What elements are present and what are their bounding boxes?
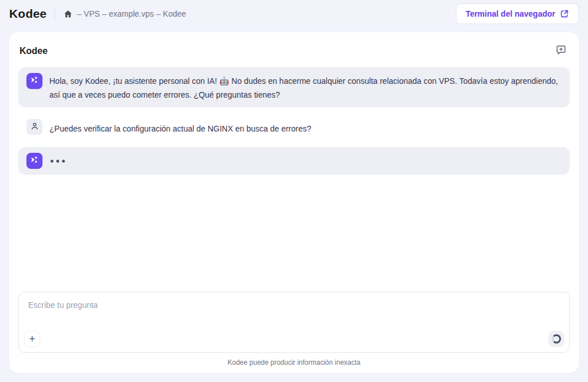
breadcrumb: – VPS – example.vps – Kodee (63, 9, 186, 19)
attach-button[interactable]: + (24, 331, 40, 347)
person-icon (30, 121, 40, 133)
typing-dot (51, 160, 53, 163)
typing-dot (56, 160, 59, 163)
kodee-logo-icon (29, 155, 40, 167)
kodee-avatar (26, 73, 42, 89)
question-input[interactable] (19, 292, 569, 326)
breadcrumb-text: – VPS – example.vps – Kodee (77, 9, 186, 18)
kodee-logo-icon (29, 75, 40, 87)
browser-terminal-button-label: Terminal del navegador (466, 9, 555, 18)
loading-spinner-icon (552, 334, 561, 344)
typing-indicator (49, 153, 65, 169)
message-text: Hola, soy Kodee, ¡tu asistente personal … (49, 73, 562, 102)
plus-icon: + (29, 334, 36, 344)
header-divider (55, 7, 55, 21)
send-loading-button[interactable] (548, 331, 564, 347)
chat-panel-header: Kodee (18, 43, 570, 59)
disclaimer-text: Kodee puede producir información inexact… (18, 353, 570, 368)
bot-message: Hola, soy Kodee, ¡tu asistente personal … (18, 67, 570, 107)
new-chat-icon (555, 44, 567, 58)
user-avatar (26, 119, 42, 135)
user-message: ¿Puedes verificar la configuración actua… (18, 118, 570, 137)
chat-panel-title: Kodee (20, 46, 48, 56)
message-list: Hola, soy Kodee, ¡tu asistente personal … (18, 67, 570, 292)
typing-dot (62, 160, 65, 163)
external-link-icon (560, 9, 569, 18)
typing-message (18, 147, 570, 175)
browser-terminal-button[interactable]: Terminal del navegador (456, 3, 579, 24)
kodee-avatar (26, 153, 42, 169)
new-chat-button[interactable] (554, 43, 568, 59)
message-text: ¿Puedes verificar la configuración actua… (49, 119, 311, 136)
home-icon[interactable] (63, 9, 73, 19)
page-header: Kodee – VPS – example.vps – Kodee Termin… (0, 0, 588, 28)
page-title: Kodee (9, 7, 47, 21)
chat-panel: Kodee Ho (9, 32, 579, 373)
composer: + (18, 292, 570, 353)
